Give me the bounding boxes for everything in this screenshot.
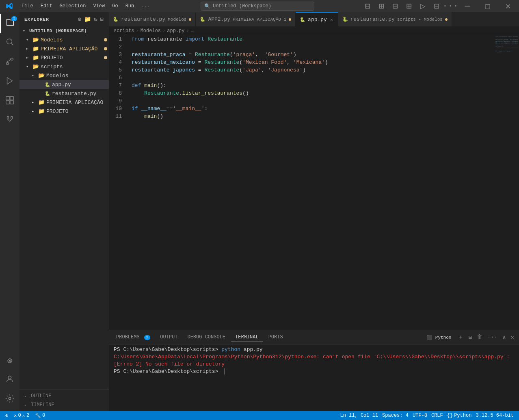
new-folder-icon[interactable]: 📁 bbox=[84, 16, 91, 23]
kill-terminal-button[interactable]: 🗑 bbox=[475, 333, 484, 341]
token: restaurante_praca bbox=[132, 51, 186, 58]
projeto-root-arrow: ▸ bbox=[26, 55, 32, 60]
new-file-icon[interactable]: ⊕ bbox=[78, 16, 82, 23]
more-icon[interactable]: ··· bbox=[444, 0, 456, 12]
workspace-root[interactable]: ▾ UNTITLED (WORKSPACE) bbox=[19, 26, 109, 35]
tab-problems[interactable]: PROBLEMS 2 bbox=[112, 333, 154, 342]
status-python-version[interactable]: 3.12.5 64-bit bbox=[474, 411, 516, 420]
token: , bbox=[255, 51, 264, 58]
maximize-button[interactable]: ❐ bbox=[478, 0, 497, 12]
sidebar-item-modelos-root[interactable]: ▾ 📂 Modelos bbox=[19, 35, 109, 44]
token: restaurante_mexicano bbox=[132, 58, 195, 66]
maximize-terminal-button[interactable]: ∧ bbox=[501, 333, 507, 342]
sidebar-item-projeto-root[interactable]: ▸ 📁 PROJETO bbox=[19, 53, 109, 62]
menu-file[interactable]: File bbox=[18, 2, 37, 11]
split-terminal-button[interactable]: ⊟ bbox=[467, 333, 473, 342]
token: __name__ bbox=[141, 105, 166, 113]
token: restaurtante_japones bbox=[132, 66, 195, 74]
tab-app2-primeira[interactable]: 🐍 APP2.py PRIMEIRA APLICAÇÃO 1 bbox=[196, 12, 296, 26]
activity-remote[interactable]: ⊗ bbox=[0, 351, 19, 370]
breadcrumb-app-py[interactable]: app.py bbox=[167, 28, 184, 34]
minimize-button[interactable]: — bbox=[458, 0, 477, 12]
token: , bbox=[287, 58, 293, 66]
status-encoding[interactable]: UTF-8 bbox=[411, 411, 429, 420]
tab-restaurante-scripts[interactable]: 🐍 restaurante.py scripts • Modelos bbox=[338, 12, 452, 26]
terminal-content[interactable]: PS C:\Users\Gabe\Desktop\scripts> python… bbox=[109, 344, 519, 411]
status-language[interactable]: {} Python bbox=[445, 411, 474, 420]
activity-run[interactable] bbox=[0, 72, 19, 92]
panel-icon[interactable]: ⊞ bbox=[375, 0, 387, 12]
python-version: 3.12.5 64-bit bbox=[476, 413, 514, 418]
tab-label: restaurante.py bbox=[350, 16, 395, 22]
token: ) bbox=[293, 51, 296, 58]
layout-icon[interactable]: ⊟ bbox=[361, 0, 374, 12]
menu-more[interactable]: ... bbox=[138, 2, 154, 11]
token: Restaurante bbox=[204, 66, 239, 74]
breadcrumb-more[interactable]: … bbox=[191, 28, 194, 34]
activity-source-control[interactable] bbox=[0, 53, 19, 72]
status-remote[interactable]: ⊗ bbox=[3, 411, 10, 420]
terminal-line-1: PS C:\Users\Gabe\Desktop\scripts> python… bbox=[114, 346, 514, 353]
menu-edit[interactable]: Edit bbox=[37, 2, 56, 11]
activity-search[interactable] bbox=[0, 33, 19, 53]
timeline-section[interactable]: ▸ TIMELINE bbox=[19, 401, 109, 409]
customize-icon[interactable]: ⊞ bbox=[403, 0, 415, 12]
menu-go[interactable]: Go bbox=[109, 2, 121, 11]
close-button[interactable]: ✕ bbox=[499, 0, 517, 12]
status-errors[interactable]: ✕ 0 ⚠ 2 bbox=[12, 411, 31, 420]
menu-selection[interactable]: Selection bbox=[56, 2, 89, 11]
sidebar-item-app-py[interactable]: 🐍 app.py bbox=[19, 80, 109, 89]
tab-close-button[interactable]: ✕ bbox=[329, 16, 334, 23]
tab-terminal[interactable]: TERMINAL bbox=[231, 333, 263, 342]
outline-section[interactable]: ▸ OUTLINE bbox=[19, 392, 109, 401]
terminal-panel: PROBLEMS 2 OUTPUT DEBUG CONSOLE TERMINAL… bbox=[109, 330, 519, 411]
split-editor-icon[interactable]: ⊟ bbox=[430, 0, 443, 12]
activity-explorer[interactable]: 3 bbox=[0, 14, 19, 33]
projeto-root-label: PROJETO bbox=[41, 55, 104, 61]
tab-debug-console[interactable]: DEBUG CONSOLE bbox=[183, 333, 229, 342]
sidebar-item-modelos-scripts[interactable]: ▾ 📂 Modelos bbox=[19, 71, 109, 80]
status-info[interactable]: 🔧 0 bbox=[33, 411, 47, 420]
svg-point-1 bbox=[6, 62, 9, 65]
token: if bbox=[132, 105, 141, 113]
add-terminal-button[interactable]: ＋ bbox=[456, 333, 465, 342]
breadcrumb-scripts[interactable]: scripts bbox=[114, 28, 134, 34]
folder-icon: 📁 bbox=[38, 99, 45, 106]
folder-icon: 📂 bbox=[32, 37, 39, 43]
minimap-content: from restaurante import Restaurante rest… bbox=[495, 36, 518, 54]
menu-view[interactable]: View bbox=[90, 2, 108, 11]
tab-app-py[interactable]: 🐍 app.py ✕ bbox=[296, 12, 338, 26]
search-box[interactable]: 🔍 Untitled (Workspace) bbox=[201, 2, 314, 11]
tab-restaurante-modelos[interactable]: 🐍 restaurante.py Modelos bbox=[109, 12, 196, 26]
activity-settings[interactable] bbox=[0, 390, 19, 409]
tab-label: app.py bbox=[308, 17, 327, 23]
refresh-icon[interactable]: ↻ bbox=[94, 16, 97, 23]
collapse-all-icon[interactable]: ⊟ bbox=[100, 16, 104, 23]
code-area[interactable]: from restaurante import Restaurante rest… bbox=[128, 35, 495, 330]
timeline-label: TIMELINE bbox=[31, 402, 54, 408]
status-cursor[interactable]: Ln 11, Col 11 bbox=[338, 411, 380, 420]
close-terminal-button[interactable]: ✕ bbox=[509, 333, 516, 342]
tab-output[interactable]: OUTPUT bbox=[156, 333, 182, 342]
sidebar-item-projeto-scripts[interactable]: ▸ 📁 PROJETO bbox=[19, 107, 109, 116]
tab-ports[interactable]: PORTS bbox=[264, 333, 287, 342]
code-editor[interactable]: 1 2 3 4 5 6 7 8 9 10 11 from restaurante… bbox=[109, 35, 519, 330]
sidebar-item-primeira-root[interactable]: ▸ 📁 PRIMEIRA APLICAÇÃO bbox=[19, 44, 109, 53]
breadcrumb-modelos[interactable]: Modelos bbox=[141, 28, 161, 34]
scripts-label: scripts bbox=[41, 64, 109, 70]
activity-accounts[interactable] bbox=[0, 370, 19, 390]
activity-testing[interactable] bbox=[0, 111, 19, 131]
sidebar-item-primeira-scripts[interactable]: ▸ 📁 PRIMEIRA APLICAÇÃO bbox=[19, 98, 109, 107]
accounts-icon bbox=[5, 375, 14, 386]
run-icon[interactable]: ▷ bbox=[417, 0, 429, 12]
activity-extensions[interactable] bbox=[0, 92, 19, 111]
split-icon[interactable]: ⊟ bbox=[389, 0, 401, 12]
sidebar-item-restaurante-py[interactable]: 🐍 restaurante.py bbox=[19, 89, 109, 98]
status-eol[interactable]: CRLF bbox=[429, 411, 445, 420]
sidebar-item-scripts[interactable]: ▾ 📂 scripts bbox=[19, 62, 109, 71]
more-terminal-button[interactable]: ··· bbox=[486, 333, 499, 341]
status-spaces[interactable]: Spaces: 4 bbox=[380, 411, 411, 420]
token: listar_restaurantes bbox=[182, 89, 242, 97]
menu-run[interactable]: Run bbox=[122, 2, 138, 11]
svg-rect-6 bbox=[6, 100, 9, 104]
